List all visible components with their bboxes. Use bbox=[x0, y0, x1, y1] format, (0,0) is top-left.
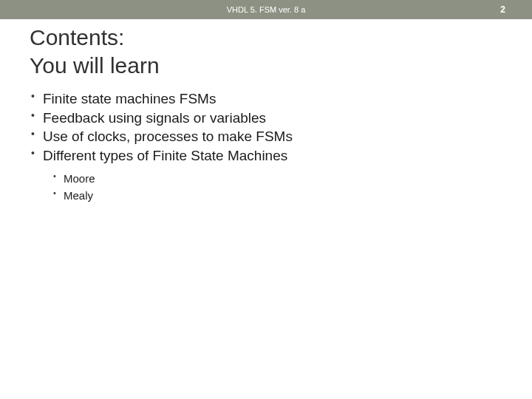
title-line-2: You will learn bbox=[30, 53, 160, 78]
bullet-item: Feedback using signals or variables bbox=[30, 109, 502, 128]
slide-title: Contents: You will learn bbox=[30, 24, 502, 79]
bullet-item: Different types of Finite State Machines bbox=[30, 146, 502, 166]
header-bar: VHDL 5. FSM ver. 8 a 2 bbox=[0, 0, 532, 19]
page-number: 2 bbox=[500, 4, 505, 15]
slide-content: Contents: You will learn Finite state ma… bbox=[0, 19, 532, 204]
sub-bullet-item: Moore bbox=[52, 170, 502, 187]
bullet-item: Finite state machines FSMs bbox=[30, 89, 502, 109]
sub-bullet-list: Moore Mealy bbox=[30, 170, 502, 205]
title-line-1: Contents: bbox=[30, 25, 124, 50]
header-title: VHDL 5. FSM ver. 8 a bbox=[227, 5, 306, 14]
bullet-item: Use of clocks, processes to make FSMs bbox=[30, 127, 502, 146]
bullet-list: Finite state machines FSMs Feedback usin… bbox=[30, 89, 502, 166]
sub-bullet-item: Mealy bbox=[52, 187, 502, 204]
